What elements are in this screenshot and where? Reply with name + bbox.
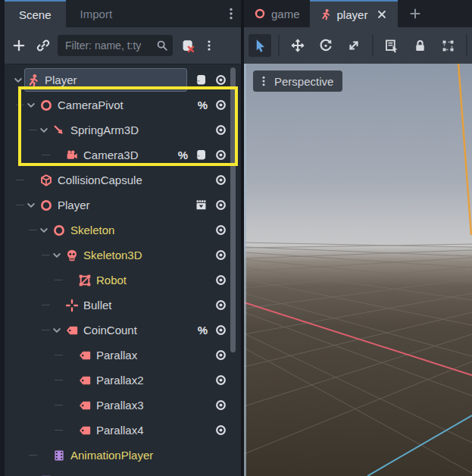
close-tab-icon[interactable] xyxy=(376,8,388,20)
row-badges xyxy=(214,368,227,393)
instance-scene-link-icon[interactable] xyxy=(33,36,53,55)
chevron-down-icon[interactable] xyxy=(25,199,37,211)
tree-row[interactable]: Skeleton xyxy=(9,218,239,243)
node-label: Player xyxy=(45,74,77,86)
visibility-eye-icon[interactable] xyxy=(214,224,227,236)
spatial-toolbar xyxy=(244,27,472,64)
node-label: Camera3D xyxy=(83,149,139,161)
tree-indent xyxy=(9,468,25,476)
visibility-eye-icon[interactable] xyxy=(214,349,227,362)
move-tool-button[interactable] xyxy=(286,34,309,57)
node-label: Skeleton xyxy=(70,224,114,236)
group-selected-icon[interactable] xyxy=(436,34,459,57)
chevron-spacer xyxy=(38,449,50,462)
tree-indent xyxy=(9,343,64,368)
tree-row[interactable]: Player xyxy=(9,67,239,92)
node-label: SpringArm3D xyxy=(70,124,139,136)
chevron-down-icon[interactable] xyxy=(38,124,50,136)
add-node-button[interactable] xyxy=(9,36,29,55)
animation-tree-icon xyxy=(39,474,53,476)
visibility-eye-icon[interactable] xyxy=(214,374,227,387)
select-tool-button[interactable] xyxy=(249,34,271,57)
marker-3d-icon xyxy=(65,299,79,312)
chevron-down-icon[interactable] xyxy=(51,249,63,261)
visibility-eye-icon[interactable] xyxy=(214,424,227,437)
visibility-eye-icon[interactable] xyxy=(214,324,227,337)
dock-menu-icon[interactable] xyxy=(224,7,238,20)
tree-row[interactable]: SpringArm3D xyxy=(9,117,239,142)
tree-row[interactable]: Parallax4 xyxy=(9,418,239,443)
tree-row[interactable]: Player xyxy=(9,193,239,218)
detach-script-icon[interactable] xyxy=(177,36,197,55)
tab-game-label: game xyxy=(271,8,300,20)
tree-row[interactable]: Parallax xyxy=(9,343,239,368)
chevron-down-icon[interactable] xyxy=(51,324,63,337)
visibility-eye-icon[interactable] xyxy=(214,199,227,211)
scene-tree: PlayerCameraPivot%SpringArm3DCamera3D%Co… xyxy=(9,64,239,476)
tree-row[interactable]: CollisionCapsule xyxy=(9,168,239,193)
chevron-down-icon[interactable] xyxy=(25,99,37,111)
chevron-spacer xyxy=(51,299,63,312)
chevron-spacer xyxy=(64,349,76,362)
scale-tool-button[interactable] xyxy=(342,34,365,57)
tree-indent xyxy=(9,218,38,243)
perspective-button[interactable]: Perspective xyxy=(253,70,342,92)
tree-indent xyxy=(9,443,38,468)
tree-row[interactable]: AnimationTree xyxy=(9,468,239,476)
row-badges xyxy=(214,168,227,193)
tree-row[interactable]: CoinCount% xyxy=(9,318,239,343)
tab-import-label: Import xyxy=(80,8,113,20)
chevron-down-icon[interactable] xyxy=(12,74,24,86)
new-scene-tab-button[interactable] xyxy=(404,0,427,27)
visibility-eye-icon[interactable] xyxy=(214,274,227,287)
dock-tab-bar: Scene Import xyxy=(5,0,241,27)
chevron-spacer xyxy=(64,399,76,412)
visibility-eye-icon[interactable] xyxy=(214,399,227,412)
tree-row[interactable]: AnimationPlayer xyxy=(9,443,239,468)
tab-import[interactable]: Import xyxy=(66,0,127,27)
tree-row[interactable]: Parallax2 xyxy=(9,368,239,393)
camera-3d-icon xyxy=(65,149,79,162)
visibility-eye-icon[interactable] xyxy=(214,74,227,86)
label-3d-icon xyxy=(78,349,92,362)
tree-indent xyxy=(9,293,51,318)
visibility-eye-icon[interactable] xyxy=(214,174,227,186)
visibility-eye-icon[interactable] xyxy=(214,249,227,261)
tab-scene[interactable]: Scene xyxy=(5,0,66,27)
scene-dock-toolbar xyxy=(5,27,241,64)
row-badges xyxy=(214,218,227,243)
visibility-eye-icon[interactable] xyxy=(214,299,227,312)
rotate-tool-button[interactable] xyxy=(314,34,337,57)
scene-tree-menu-icon[interactable] xyxy=(202,36,217,55)
viewport-3d[interactable]: Perspective xyxy=(244,64,472,476)
node-3d-icon xyxy=(39,199,53,212)
unique-name-badge[interactable]: % xyxy=(198,324,208,337)
tree-row[interactable]: Robot xyxy=(9,268,239,293)
unique-name-badge[interactable]: % xyxy=(198,99,208,111)
visibility-eye-icon[interactable] xyxy=(214,149,227,161)
tree-indent xyxy=(9,368,64,393)
view-menu-icon[interactable] xyxy=(259,75,268,87)
tab-player[interactable]: player xyxy=(310,0,399,27)
tree-row[interactable]: CameraPivot% xyxy=(9,92,239,117)
lock-icon[interactable] xyxy=(408,34,431,57)
script-icon[interactable] xyxy=(195,149,208,161)
tree-row[interactable]: Parallax3 xyxy=(9,393,239,418)
unique-name-badge[interactable]: % xyxy=(178,149,188,161)
label-3d-icon xyxy=(65,324,79,337)
tree-indent xyxy=(9,268,64,293)
list-select-tool-button[interactable] xyxy=(380,34,403,57)
script-icon[interactable] xyxy=(195,74,208,86)
visibility-eye-icon[interactable] xyxy=(214,124,227,136)
toolbar-separator xyxy=(372,35,374,56)
visibility-eye-icon[interactable] xyxy=(214,99,227,111)
toolbar-separator xyxy=(466,35,467,56)
instanced-scene-icon[interactable] xyxy=(195,199,208,211)
tab-game[interactable]: game xyxy=(244,0,310,27)
chevron-down-icon[interactable] xyxy=(38,224,50,236)
tree-scrollbar[interactable] xyxy=(230,67,236,352)
tree-row[interactable]: Camera3D% xyxy=(9,142,239,168)
tree-indent xyxy=(9,418,64,443)
tree-row[interactable]: Bullet xyxy=(9,293,239,318)
tree-row[interactable]: Skeleton3D xyxy=(9,243,239,268)
